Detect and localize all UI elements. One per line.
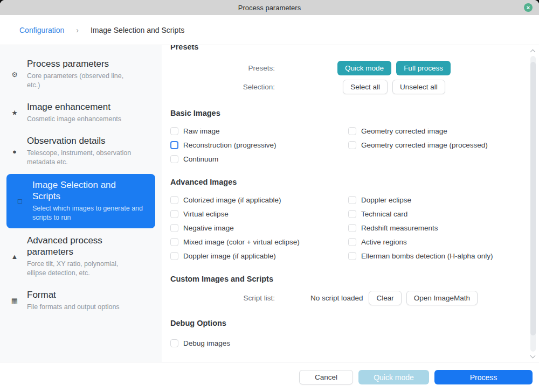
breadcrumb: Configuration › Image Selection and Scri…: [0, 15, 539, 45]
script-list-label: Script list:: [170, 294, 275, 302]
selection-row: Selection: Select all Unselect all: [170, 79, 526, 95]
sidebar-item-format[interactable]: ▦ Format File formats and output options: [0, 284, 162, 318]
triangle-icon: ▲: [9, 253, 20, 261]
checkbox-debug-images[interactable]: Debug images: [170, 336, 526, 350]
grid-icon: ▦: [9, 297, 20, 305]
checkbox-box[interactable]: [348, 127, 356, 135]
section-heading-debug-options: Debug Options: [170, 319, 526, 327]
checkbox-doppler-eclipse[interactable]: Doppler eclipse: [348, 193, 526, 207]
checkbox-box[interactable]: [348, 238, 356, 246]
checkbox-label: Active regions: [361, 238, 407, 246]
checkbox-box[interactable]: [348, 196, 356, 204]
checkbox-doppler-image[interactable]: Doppler image (if applicable): [170, 249, 348, 263]
section-heading-advanced-images: Advanced Images: [170, 178, 526, 186]
main-panel: Presets Presets: Quick mode Full process…: [162, 45, 539, 362]
presets-label: Presets:: [170, 64, 275, 72]
scrollable-form: Presets Presets: Quick mode Full process…: [170, 45, 526, 362]
checkbox-box[interactable]: [348, 252, 356, 260]
checkbox-active-regions[interactable]: Active regions: [348, 235, 526, 249]
checkbox-box[interactable]: [348, 210, 356, 218]
sidebar-item-observation-details[interactable]: ● Observation details Telescope, instrum…: [0, 130, 162, 173]
checkbox-redshift-measurements[interactable]: Redshift measurements: [348, 221, 526, 235]
checkbox-reconstruction-progressive[interactable]: Reconstruction (progressive): [170, 138, 348, 152]
checkbox-label: Continuum: [183, 155, 218, 163]
checkbox-continuum[interactable]: Continuum: [170, 152, 348, 166]
checkbox-box[interactable]: [170, 339, 178, 347]
window-title: Process parameters: [238, 4, 301, 12]
scrollbar[interactable]: [530, 47, 536, 360]
scrollbar-track[interactable]: [530, 56, 536, 352]
content-area: ⚙ Process parameters Core parameters (ob…: [0, 45, 539, 362]
sidebar-item-subtitle: Select which images to generate and scri…: [32, 204, 143, 223]
breadcrumb-link-configuration[interactable]: Configuration: [19, 26, 64, 34]
checkbox-virtual-eclipse[interactable]: Virtual eclipse: [170, 207, 348, 221]
checkbox-box[interactable]: [170, 127, 178, 135]
checkbox-label: Geometry corrected image: [361, 127, 447, 135]
select-all-button[interactable]: Select all: [343, 80, 388, 94]
sidebar-item-title: Image Selection and Scripts: [32, 180, 143, 202]
checkbox-label: Reconstruction (progressive): [183, 141, 277, 149]
checkbox-ellerman-bombs-detection[interactable]: Ellerman bombs detection (H-alpha only): [348, 249, 526, 263]
checkbox-box[interactable]: [348, 141, 356, 149]
sidebar-item-title: Observation details: [27, 136, 138, 147]
quick-mode-button[interactable]: Quick mode: [358, 370, 429, 384]
open-imagemath-button[interactable]: Open ImageMath: [406, 291, 478, 305]
script-status: No script loaded: [310, 294, 363, 302]
checkbox-geometry-corrected-image-processed[interactable]: Geometry corrected image (processed): [348, 138, 526, 152]
checkbox-mixed-image[interactable]: Mixed image (color + virtual eclipse): [170, 235, 348, 249]
circle-icon: ●: [9, 148, 20, 156]
scrollbar-thumb[interactable]: [530, 62, 536, 335]
checkbox-technical-card[interactable]: Technical card: [348, 207, 526, 221]
checkbox-box[interactable]: [170, 155, 178, 163]
checkbox-label: Virtual eclipse: [183, 210, 229, 218]
advanced-images-grid: Colorized image (if applicable) Virtual …: [170, 193, 526, 263]
sidebar-item-process-parameters[interactable]: ⚙ Process parameters Core parameters (ob…: [0, 53, 162, 96]
sidebar-item-image-selection-and-scripts[interactable]: □ Image Selection and Scripts Select whi…: [6, 174, 155, 228]
full-process-preset-button[interactable]: Full process: [396, 61, 451, 75]
checkbox-label: Debug images: [183, 339, 230, 347]
checkbox-geometry-corrected-image[interactable]: Geometry corrected image: [348, 124, 526, 138]
sidebar: ⚙ Process parameters Core parameters (ob…: [0, 45, 162, 362]
quick-mode-preset-button[interactable]: Quick mode: [337, 61, 391, 75]
sidebar-item-image-enhancement[interactable]: ★ Image enhancement Cosmetic image enhan…: [0, 96, 162, 130]
sidebar-item-subtitle: Force tilt, XY ratio, polynomial, ellips…: [27, 260, 138, 278]
checkbox-negative-image[interactable]: Negative image: [170, 221, 348, 235]
gear-icon: ⚙: [9, 71, 20, 79]
sidebar-item-advanced-process-parameters[interactable]: ▲ Advanced process parameters Force tilt…: [0, 229, 162, 284]
section-heading-presets: Presets: [170, 45, 526, 51]
breadcrumb-separator-icon: ›: [76, 26, 79, 34]
chevron-up-icon[interactable]: [530, 50, 536, 55]
chevron-down-icon[interactable]: [530, 353, 536, 359]
checkbox-box[interactable]: [170, 210, 178, 218]
presets-row: Presets: Quick mode Full process: [170, 60, 526, 76]
breadcrumb-current: Image Selection and Scripts: [91, 26, 184, 34]
checkbox-box[interactable]: [348, 224, 356, 232]
checkbox-label: Doppler eclipse: [361, 196, 411, 204]
footer-bar: Cancel Quick mode Process: [0, 362, 539, 392]
process-button[interactable]: Process: [434, 370, 533, 384]
sidebar-item-title: Advanced process parameters: [27, 235, 138, 257]
checkbox-label: Colorized image (if applicable): [183, 196, 281, 204]
checkbox-label: Redshift measurements: [361, 224, 438, 232]
titlebar[interactable]: Process parameters ×: [0, 0, 539, 15]
checkbox-box[interactable]: [170, 196, 178, 204]
checkbox-label: Mixed image (color + virtual eclipse): [183, 238, 300, 246]
close-icon: ×: [527, 5, 530, 11]
star-icon: ★: [9, 109, 20, 117]
sidebar-item-title: Format: [27, 290, 120, 301]
checkbox-label: Technical card: [361, 210, 407, 218]
checkbox-raw-image[interactable]: Raw image: [170, 124, 348, 138]
checkbox-colorized-image[interactable]: Colorized image (if applicable): [170, 193, 348, 207]
checkbox-box[interactable]: [170, 252, 178, 260]
checkbox-box[interactable]: [170, 238, 178, 246]
sidebar-item-title: Process parameters: [27, 59, 138, 70]
checkbox-box[interactable]: [170, 224, 178, 232]
checkbox-label: Negative image: [183, 224, 234, 232]
sidebar-item-subtitle: Core parameters (observed line, etc.): [27, 72, 138, 90]
close-button[interactable]: ×: [524, 3, 533, 12]
unselect-all-button[interactable]: Unselect all: [392, 80, 445, 94]
clear-script-button[interactable]: Clear: [369, 291, 401, 305]
section-heading-custom-images-scripts: Custom Images and Scripts: [170, 275, 526, 283]
cancel-button[interactable]: Cancel: [299, 370, 353, 384]
checkbox-box-focused[interactable]: [170, 141, 178, 149]
